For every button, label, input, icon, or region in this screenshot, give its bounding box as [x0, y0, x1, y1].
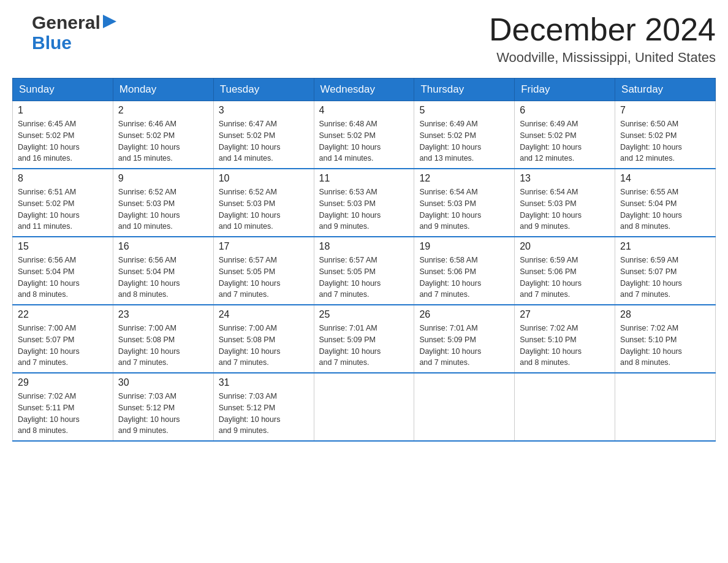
day-info: Sunrise: 6:55 AMSunset: 5:04 PMDaylight:…	[620, 186, 710, 232]
calendar-cell: 30Sunrise: 7:03 AMSunset: 5:12 PMDayligh…	[113, 373, 213, 441]
calendar-cell: 31Sunrise: 7:03 AMSunset: 5:12 PMDayligh…	[213, 373, 314, 441]
day-info: Sunrise: 6:59 AMSunset: 5:06 PMDaylight:…	[520, 255, 610, 301]
day-number: 22	[18, 309, 108, 320]
col-header-saturday: Saturday	[615, 79, 716, 101]
col-header-tuesday: Tuesday	[213, 79, 314, 101]
logo[interactable]: General Blue	[12, 12, 118, 53]
calendar-cell: 7Sunrise: 6:50 AMSunset: 5:02 PMDaylight…	[615, 101, 716, 169]
month-title: December 2024	[489, 12, 716, 47]
day-number: 18	[319, 241, 409, 252]
day-info: Sunrise: 6:58 AMSunset: 5:06 PMDaylight:…	[419, 255, 509, 301]
day-info: Sunrise: 6:50 AMSunset: 5:02 PMDaylight:…	[620, 118, 710, 164]
calendar-cell: 20Sunrise: 6:59 AMSunset: 5:06 PMDayligh…	[515, 237, 615, 305]
day-number: 5	[419, 105, 509, 116]
day-info: Sunrise: 7:02 AMSunset: 5:10 PMDaylight:…	[520, 323, 610, 369]
day-info: Sunrise: 7:01 AMSunset: 5:09 PMDaylight:…	[419, 323, 509, 369]
day-info: Sunrise: 7:00 AMSunset: 5:08 PMDaylight:…	[219, 323, 309, 369]
calendar-cell: 21Sunrise: 6:59 AMSunset: 5:07 PMDayligh…	[615, 237, 716, 305]
day-number: 8	[18, 173, 108, 184]
day-info: Sunrise: 7:00 AMSunset: 5:07 PMDaylight:…	[18, 323, 108, 369]
calendar-cell: 4Sunrise: 6:48 AMSunset: 5:02 PMDaylight…	[314, 101, 414, 169]
day-number: 7	[620, 105, 710, 116]
day-number: 9	[118, 173, 208, 184]
day-info: Sunrise: 6:54 AMSunset: 5:03 PMDaylight:…	[419, 186, 509, 232]
day-info: Sunrise: 7:03 AMSunset: 5:12 PMDaylight:…	[118, 391, 208, 437]
day-number: 3	[219, 105, 309, 116]
day-number: 31	[219, 377, 309, 388]
day-number: 14	[620, 173, 710, 184]
calendar-cell	[615, 373, 716, 441]
day-info: Sunrise: 7:01 AMSunset: 5:09 PMDaylight:…	[319, 323, 409, 369]
calendar-week-row: 1Sunrise: 6:45 AMSunset: 5:02 PMDaylight…	[13, 101, 716, 169]
day-number: 1	[18, 105, 108, 116]
calendar-cell: 1Sunrise: 6:45 AMSunset: 5:02 PMDaylight…	[13, 101, 113, 169]
calendar-cell: 27Sunrise: 7:02 AMSunset: 5:10 PMDayligh…	[515, 305, 615, 373]
day-info: Sunrise: 6:56 AMSunset: 5:04 PMDaylight:…	[118, 255, 208, 301]
day-number: 28	[620, 309, 710, 320]
day-info: Sunrise: 6:59 AMSunset: 5:07 PMDaylight:…	[620, 255, 710, 301]
day-info: Sunrise: 6:57 AMSunset: 5:05 PMDaylight:…	[219, 255, 309, 301]
calendar-week-row: 8Sunrise: 6:51 AMSunset: 5:02 PMDaylight…	[13, 169, 716, 237]
calendar-cell: 26Sunrise: 7:01 AMSunset: 5:09 PMDayligh…	[414, 305, 515, 373]
day-info: Sunrise: 6:48 AMSunset: 5:02 PMDaylight:…	[319, 118, 409, 164]
day-number: 26	[419, 309, 509, 320]
calendar-cell: 9Sunrise: 6:52 AMSunset: 5:03 PMDaylight…	[113, 169, 213, 237]
day-number: 2	[118, 105, 208, 116]
logo-icon	[13, 21, 31, 39]
calendar-cell: 22Sunrise: 7:00 AMSunset: 5:07 PMDayligh…	[13, 305, 113, 373]
day-info: Sunrise: 6:47 AMSunset: 5:02 PMDaylight:…	[219, 118, 309, 164]
calendar-cell: 15Sunrise: 6:56 AMSunset: 5:04 PMDayligh…	[13, 237, 113, 305]
day-info: Sunrise: 6:49 AMSunset: 5:02 PMDaylight:…	[419, 118, 509, 164]
calendar-cell: 5Sunrise: 6:49 AMSunset: 5:02 PMDaylight…	[414, 101, 515, 169]
day-number: 17	[219, 241, 309, 252]
day-number: 4	[319, 105, 409, 116]
calendar-cell: 3Sunrise: 6:47 AMSunset: 5:02 PMDaylight…	[213, 101, 314, 169]
day-info: Sunrise: 6:49 AMSunset: 5:02 PMDaylight:…	[520, 118, 610, 164]
calendar-cell: 29Sunrise: 7:02 AMSunset: 5:11 PMDayligh…	[13, 373, 113, 441]
calendar-cell: 6Sunrise: 6:49 AMSunset: 5:02 PMDaylight…	[515, 101, 615, 169]
day-number: 15	[18, 241, 108, 252]
calendar-week-row: 15Sunrise: 6:56 AMSunset: 5:04 PMDayligh…	[13, 237, 716, 305]
col-header-monday: Monday	[113, 79, 213, 101]
calendar-cell: 19Sunrise: 6:58 AMSunset: 5:06 PMDayligh…	[414, 237, 515, 305]
day-info: Sunrise: 6:52 AMSunset: 5:03 PMDaylight:…	[219, 186, 309, 232]
calendar-cell: 28Sunrise: 7:02 AMSunset: 5:10 PMDayligh…	[615, 305, 716, 373]
day-number: 27	[520, 309, 610, 320]
day-number: 12	[419, 173, 509, 184]
col-header-thursday: Thursday	[414, 79, 515, 101]
calendar-cell	[414, 373, 515, 441]
day-info: Sunrise: 6:54 AMSunset: 5:03 PMDaylight:…	[520, 186, 610, 232]
day-number: 11	[319, 173, 409, 184]
col-header-sunday: Sunday	[13, 79, 113, 101]
calendar-cell: 13Sunrise: 6:54 AMSunset: 5:03 PMDayligh…	[515, 169, 615, 237]
calendar-cell: 11Sunrise: 6:53 AMSunset: 5:03 PMDayligh…	[314, 169, 414, 237]
day-info: Sunrise: 7:02 AMSunset: 5:11 PMDaylight:…	[18, 391, 108, 437]
calendar-cell: 2Sunrise: 6:46 AMSunset: 5:02 PMDaylight…	[113, 101, 213, 169]
calendar-cell: 18Sunrise: 6:57 AMSunset: 5:05 PMDayligh…	[314, 237, 414, 305]
day-number: 20	[520, 241, 610, 252]
day-number: 19	[419, 241, 509, 252]
day-number: 24	[219, 309, 309, 320]
calendar-cell	[314, 373, 414, 441]
day-number: 10	[219, 173, 309, 184]
title-block: December 2024 Woodville, Mississippi, Un…	[489, 12, 716, 66]
day-number: 23	[118, 309, 208, 320]
calendar-cell: 8Sunrise: 6:51 AMSunset: 5:02 PMDaylight…	[13, 169, 113, 237]
calendar-cell: 12Sunrise: 6:54 AMSunset: 5:03 PMDayligh…	[414, 169, 515, 237]
day-number: 13	[520, 173, 610, 184]
logo-blue: Blue	[32, 33, 72, 53]
calendar-cell: 16Sunrise: 6:56 AMSunset: 5:04 PMDayligh…	[113, 237, 213, 305]
day-info: Sunrise: 7:03 AMSunset: 5:12 PMDaylight:…	[219, 391, 309, 437]
day-info: Sunrise: 6:45 AMSunset: 5:02 PMDaylight:…	[18, 118, 108, 164]
day-number: 16	[118, 241, 208, 252]
calendar-week-row: 29Sunrise: 7:02 AMSunset: 5:11 PMDayligh…	[13, 373, 716, 441]
day-info: Sunrise: 6:52 AMSunset: 5:03 PMDaylight:…	[118, 186, 208, 232]
day-info: Sunrise: 6:53 AMSunset: 5:03 PMDaylight:…	[319, 186, 409, 232]
day-info: Sunrise: 7:00 AMSunset: 5:08 PMDaylight:…	[118, 323, 208, 369]
calendar-cell: 14Sunrise: 6:55 AMSunset: 5:04 PMDayligh…	[615, 169, 716, 237]
day-number: 30	[118, 377, 208, 388]
day-number: 25	[319, 309, 409, 320]
day-number: 21	[620, 241, 710, 252]
page-header: General Blue December 2024 Woodville, Mi…	[12, 12, 716, 66]
logo-triangle-icon	[103, 15, 116, 28]
